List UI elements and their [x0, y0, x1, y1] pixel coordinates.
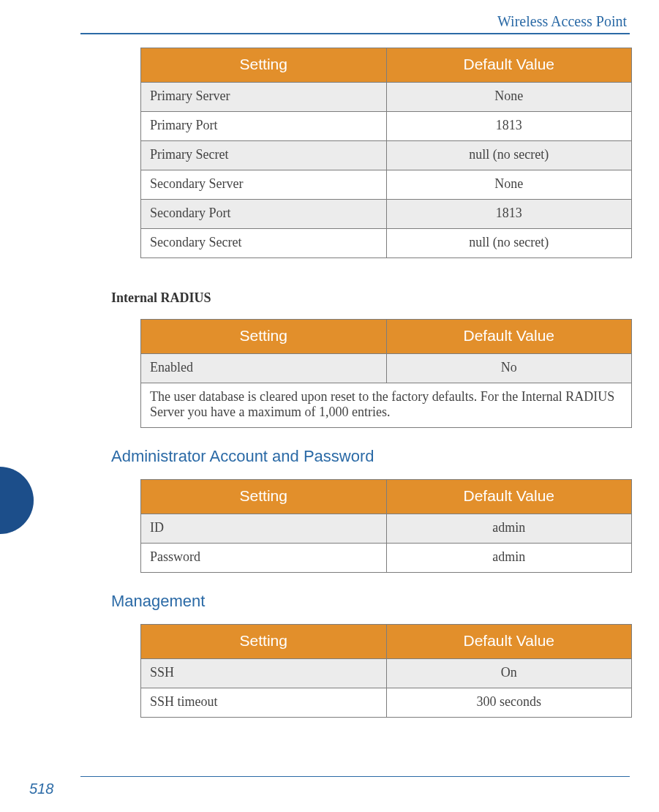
col-header-setting: Setting	[141, 480, 387, 514]
cell-setting: SSH	[141, 659, 387, 688]
col-header-default-value: Default Value	[386, 480, 632, 514]
table-management: Setting Default Value SSH On SSH timeout…	[140, 624, 632, 718]
table-admin-account: Setting Default Value ID admin Password …	[140, 479, 632, 573]
cell-setting: Secondary Secret	[141, 229, 387, 258]
table-row: SSH On	[141, 659, 632, 688]
table-admin-account-wrap: Setting Default Value ID admin Password …	[140, 479, 632, 573]
table-header-row: Setting Default Value	[141, 320, 632, 354]
cell-value: On	[386, 659, 632, 688]
side-thumb-tab	[0, 467, 34, 534]
cell-value: 300 seconds	[386, 688, 632, 718]
page-number: 518	[29, 781, 53, 797]
table-management-wrap: Setting Default Value SSH On SSH timeout…	[140, 624, 632, 718]
cell-value: null (no secret)	[386, 229, 632, 258]
cell-value: None	[386, 83, 632, 112]
cell-value: 1813	[386, 200, 632, 229]
col-header-default-value: Default Value	[386, 320, 632, 354]
cell-value: null (no secret)	[386, 141, 632, 170]
table-row: The user database is cleared upon reset …	[141, 383, 632, 428]
cell-setting: Primary Server	[141, 83, 387, 112]
col-header-setting: Setting	[141, 320, 387, 354]
cell-value: 1813	[386, 112, 632, 141]
cell-setting: Primary Port	[141, 112, 387, 141]
running-header: Wireless Access Point	[29, 13, 630, 33]
cell-note: The user database is cleared upon reset …	[141, 383, 632, 428]
cell-value: No	[386, 354, 632, 383]
table-header-row: Setting Default Value	[141, 48, 632, 83]
cell-value: None	[386, 170, 632, 200]
page-container: Wireless Access Point Setting Default Va…	[0, 0, 659, 812]
heading-admin-account: Administrator Account and Password	[111, 447, 630, 466]
cell-value: admin	[386, 514, 632, 544]
table-row: Secondary Port 1813	[141, 200, 632, 229]
table-row: ID admin	[141, 514, 632, 544]
table-row: Secondary Secret null (no secret)	[141, 229, 632, 258]
table-row: Enabled No	[141, 354, 632, 383]
cell-setting: Secondary Port	[141, 200, 387, 229]
col-header-default-value: Default Value	[386, 625, 632, 659]
table-radius: Setting Default Value Primary Server Non…	[140, 48, 632, 258]
cell-setting: ID	[141, 514, 387, 544]
table-row: Password admin	[141, 544, 632, 573]
col-header-setting: Setting	[141, 625, 387, 659]
footer-rule	[80, 776, 630, 777]
table-row: Primary Server None	[141, 83, 632, 112]
table-row: Secondary Server None	[141, 170, 632, 200]
table-internal-radius-wrap: Setting Default Value Enabled No The use…	[140, 319, 632, 428]
cell-setting: Secondary Server	[141, 170, 387, 200]
col-header-setting: Setting	[141, 48, 387, 83]
cell-setting: Password	[141, 544, 387, 573]
table-radius-wrap: Setting Default Value Primary Server Non…	[140, 48, 632, 258]
table-row: Primary Secret null (no secret)	[141, 141, 632, 170]
table-row: SSH timeout 300 seconds	[141, 688, 632, 718]
cell-setting: Enabled	[141, 354, 387, 383]
heading-management: Management	[111, 592, 630, 611]
header-rule	[80, 33, 630, 34]
cell-setting: SSH timeout	[141, 688, 387, 718]
heading-internal-radius: Internal RADIUS	[111, 290, 630, 306]
table-row: Primary Port 1813	[141, 112, 632, 141]
table-header-row: Setting Default Value	[141, 480, 632, 514]
table-internal-radius: Setting Default Value Enabled No The use…	[140, 319, 632, 428]
table-header-row: Setting Default Value	[141, 625, 632, 659]
cell-setting: Primary Secret	[141, 141, 387, 170]
cell-value: admin	[386, 544, 632, 573]
col-header-default-value: Default Value	[386, 48, 632, 83]
